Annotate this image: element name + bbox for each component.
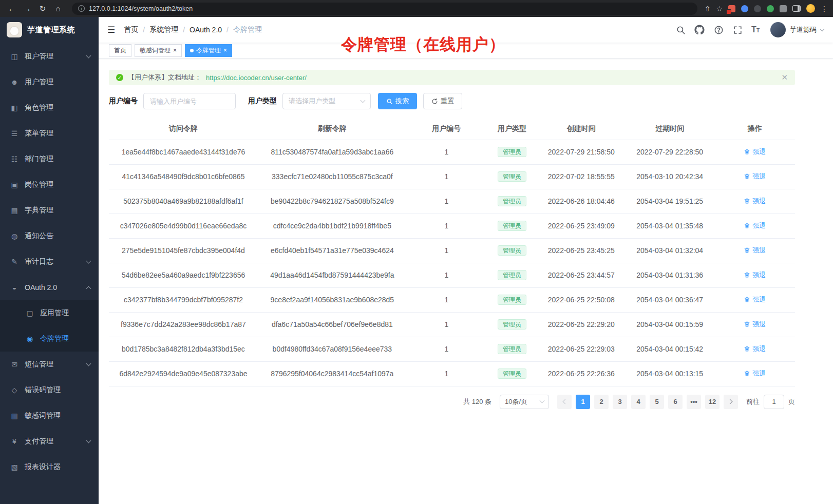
sidebar-item[interactable]: ▣岗位管理 [0,172,99,198]
sidebar-panel-icon[interactable] [792,5,801,12]
address-bar[interactable]: i 127.0.0.1:1024/system/oauth2/token [72,3,697,15]
sidebar-item[interactable]: ✉短信管理 [0,352,99,377]
page-number-button[interactable]: 2 [594,395,609,409]
bookmark-star-icon[interactable]: ☆ [716,5,723,13]
pay-icon: ¥ [10,437,19,445]
forward-icon[interactable]: → [21,3,34,15]
fullscreen-icon[interactable] [732,25,743,35]
force-logout-button[interactable]: 强退 [744,246,766,255]
force-logout-button[interactable]: 强退 [744,320,766,329]
app-frame: 芋道管理系统 ◫租户管理☻用户管理◧角色管理☰菜单管理☷部门管理▣岗位管理▤字典… [0,17,833,504]
force-logout-button[interactable]: 强退 [744,295,766,304]
force-logout-button[interactable]: 强退 [744,344,766,354]
breadcrumb-item[interactable]: 首页 [124,25,138,34]
sidebar-item-label: 菜单管理 [25,129,90,138]
force-logout-button[interactable]: 强退 [744,270,766,280]
reset-button[interactable]: 重置 [423,93,462,109]
home-icon[interactable]: ⌂ [51,3,65,15]
tab-active[interactable]: 令牌管理× [185,44,232,57]
github-icon[interactable] [694,25,705,35]
sidebar-subitem[interactable]: ▢应用管理 [0,300,99,326]
table-row: f9336e7c7dd242a283ee98dc86b17a87dfa6c71a… [109,312,795,337]
user-avatar [770,22,786,37]
sidebar-item[interactable]: ▧报表设计器 [0,454,99,480]
page-ellipsis-button[interactable]: ••• [687,395,701,409]
page-number-button[interactable]: 12 [705,395,720,409]
help-icon[interactable] [713,25,724,35]
share-icon[interactable]: ⇧ [705,5,711,13]
goto-page-input[interactable] [764,395,784,409]
pagination: 共 120 条 10条/页 123456•••12 前往 页 [109,395,795,421]
extension-red-icon[interactable] [728,5,735,12]
chevron-down-icon [86,259,91,264]
sidebar-item[interactable]: ◍通知公告 [0,223,99,249]
breadcrumb-item[interactable]: 系统管理 [149,25,178,34]
sidebar-subitem-label: 令牌管理 [40,334,90,343]
extension-dark-icon[interactable] [754,5,761,12]
tab-item[interactable]: 首页 [109,44,131,57]
dept-icon: ☷ [10,155,19,163]
force-logout-button[interactable]: 强退 [744,172,766,181]
sidebar-item[interactable]: ◧角色管理 [0,95,99,121]
cell-refresh-token: 8796295f04064c2983414cc54af1097a [258,361,407,386]
tab-close-icon[interactable]: × [223,47,227,53]
cell-user-type: 管理员 [486,361,538,386]
page-number-button[interactable]: 1 [576,395,590,409]
font-size-icon[interactable]: TT [751,25,760,34]
sidebar-item[interactable]: ¥支付管理 [0,429,99,454]
force-logout-button[interactable]: 强退 [744,221,766,230]
breadcrumb-item[interactable]: OAuth 2.0 [190,26,222,34]
user-dropdown[interactable]: 芋道源码 [770,22,824,37]
chevron-down-icon [86,53,91,59]
sms-icon: ✉ [10,360,19,369]
sidebar-item[interactable]: ✎审计日志 [0,249,99,275]
cell-access-token: c342377bf8b344799dcbf7bf095287f2 [109,287,258,312]
user-type-select[interactable]: 请选择用户类型 [282,93,371,109]
prev-page-button[interactable] [557,395,572,409]
cell-user-id: 1 [407,164,486,189]
force-logout-button[interactable]: 强退 [744,369,766,378]
breadcrumb: 首页/系统管理/OAuth 2.0/令牌管理 [124,25,262,34]
sidebar-item[interactable]: ☻用户管理 [0,69,99,95]
sidebar-item[interactable]: ☷部门管理 [0,146,99,172]
sidebar-item[interactable]: ◒OAuth 2.0 [0,275,99,300]
sidebar-item[interactable]: ▤字典管理 [0,198,99,223]
chevron-down-icon [361,98,366,103]
sidebar-subitem[interactable]: ◉令牌管理 [0,326,99,352]
site-info-icon[interactable]: i [78,5,85,12]
screen: ← → ↻ ⌂ i 127.0.0.1:1024/system/oauth2/t… [0,0,833,504]
alert-close-icon[interactable]: ✕ [781,73,788,82]
browser-menu-icon[interactable]: ⋮ [821,5,828,13]
tab-item[interactable]: 敏感词管理× [135,44,182,57]
doc-alert-link[interactable]: https://doc.iocoder.cn/user-center/ [206,74,307,82]
page-number-button[interactable]: 6 [668,395,683,409]
search-icon[interactable] [675,25,686,35]
force-logout-button[interactable]: 强退 [744,147,766,157]
user-id-input[interactable] [143,93,236,109]
collapse-sidebar-icon[interactable]: ☰ [107,25,115,35]
next-page-button[interactable] [724,395,738,409]
sidebar-item[interactable]: ◫租户管理 [0,44,99,69]
sidebar-item[interactable]: ▥敏感词管理 [0,403,99,429]
browser-toolbar-right: ⇧ ☆ ⋮ [705,4,828,13]
extension-green-icon[interactable] [767,5,774,12]
back-icon[interactable]: ← [5,3,18,15]
refresh-icon[interactable]: ↻ [36,3,49,15]
sidebar-item[interactable]: ☰菜单管理 [0,121,99,146]
cell-refresh-token: cdfc4ce9c2da4bb1bdf21b9918ff4be5 [258,214,407,238]
page-number-button[interactable]: 3 [613,395,627,409]
page-number-button[interactable]: 4 [631,395,646,409]
page-size-select[interactable]: 10条/页 [500,395,549,409]
extensions-puzzle-icon[interactable] [780,5,787,12]
sidebar-item[interactable]: ◇错误码管理 [0,377,99,403]
cell-created-time: 2022-06-25 23:45:25 [538,238,625,263]
force-logout-button[interactable]: 强退 [744,197,766,206]
cell-user-id: 1 [407,361,486,386]
tab-close-icon[interactable]: × [173,47,177,53]
browser-profile-avatar[interactable] [806,4,815,13]
breadcrumb-separator: / [226,26,229,34]
search-button[interactable]: 搜索 [378,93,417,109]
extension-blue-icon[interactable] [741,5,748,12]
app-logo[interactable]: 芋道管理系统 [0,17,99,43]
page-number-button[interactable]: 5 [650,395,664,409]
